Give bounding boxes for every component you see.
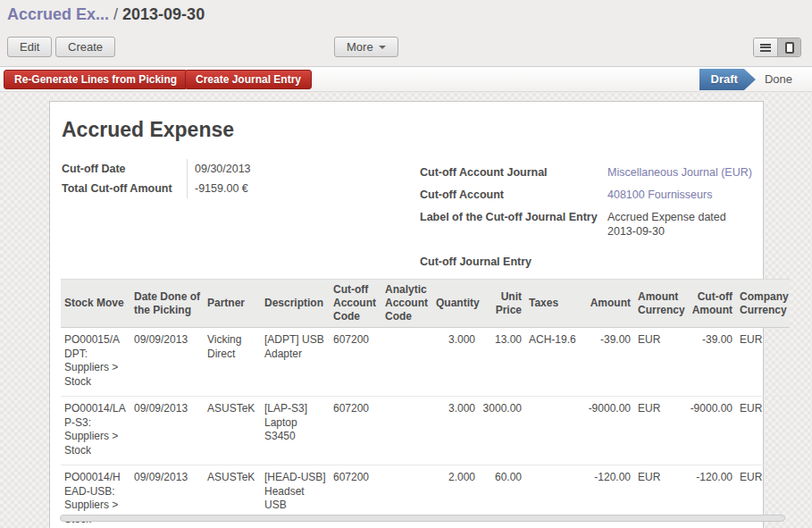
cell-company-currency: EUR xyxy=(736,397,790,465)
cell-amount: -9000.00 xyxy=(582,397,634,465)
more-button-label: More xyxy=(347,40,373,54)
field-label-journal-entry-label: Label of the Cut-off Journal Entry xyxy=(420,207,597,241)
field-label-cutoff-account-journal: Cut-off Account Journal xyxy=(420,163,597,182)
cell-description: [ADPT] USB Adapter xyxy=(261,328,330,397)
cell-analytic-account-code xyxy=(381,328,432,397)
col-header-quantity[interactable]: Quantity xyxy=(432,280,479,328)
form-sheet: Accrued Expense Cut-off Date 09/30/2013 … xyxy=(49,101,764,528)
cutoff-account-link[interactable]: 408100 Fournisseurs xyxy=(607,189,712,201)
cell-partner: ASUSTeK xyxy=(204,397,261,465)
form-icon xyxy=(785,42,794,54)
table-row[interactable]: PO00015/ADPT: Suppliers > Stock09/09/201… xyxy=(61,328,790,397)
statusbar-states: Draft Done xyxy=(699,69,801,90)
create-button[interactable]: Create xyxy=(55,37,115,57)
cell-amount: -39.00 xyxy=(582,328,634,397)
col-header-company-currency[interactable]: Company Currency xyxy=(736,280,790,328)
cell-cutoff-account-code: 607200 xyxy=(330,328,381,397)
cell-partner: Vicking Direct xyxy=(204,328,261,397)
create-journal-entry-button[interactable]: Create Journal Entry xyxy=(185,70,312,89)
breadcrumb: Accrued Ex.../2013-09-30 xyxy=(7,5,205,24)
regenerate-lines-button[interactable]: Re-Generate Lines from Picking xyxy=(4,70,188,89)
cell-unit-price: 13.00 xyxy=(479,328,525,397)
cell-unit-price: 3000.00 xyxy=(479,397,525,465)
cell-cutoff-account-code: 607200 xyxy=(330,397,381,465)
field-value-total-cutoff-amount: -9159.00 € xyxy=(187,179,356,198)
right-field-group: Cut-off Account Journal Miscellaneous Jo… xyxy=(420,163,754,272)
edit-button[interactable]: Edit xyxy=(7,37,52,57)
col-header-stock-move[interactable]: Stock Move xyxy=(61,280,130,328)
cell-date-done: 09/09/2013 xyxy=(130,328,204,397)
col-header-cutoff-amount[interactable]: Cut-off Amount xyxy=(686,280,736,328)
cell-company-currency: EUR xyxy=(736,328,790,397)
table-header-row: Stock Move Date Done of the Picking Part… xyxy=(61,280,790,328)
breadcrumb-parent-link[interactable]: Accrued Ex... xyxy=(7,5,109,23)
col-header-analytic-account-code[interactable]: Analytic Account Code xyxy=(381,280,432,328)
cell-amount-currency: EUR xyxy=(634,397,686,465)
cell-taxes: ACH-19.6 xyxy=(525,328,582,397)
cell-analytic-account-code xyxy=(381,397,432,465)
more-button[interactable]: More xyxy=(334,37,398,57)
field-value-cutoff-date: 09/30/2013 xyxy=(187,159,356,179)
cell-amount-currency: EUR xyxy=(634,328,686,397)
cell-cutoff-amount: -39.00 xyxy=(686,328,736,397)
table-body: PO00015/ADPT: Suppliers > Stock09/09/201… xyxy=(61,328,790,528)
col-header-partner[interactable]: Partner xyxy=(204,280,261,328)
cutoff-account-journal-link[interactable]: Miscellaneous Journal (EUR) xyxy=(607,166,752,179)
caret-down-icon xyxy=(379,46,386,49)
cutoff-lines-table: Stock Move Date Done of the Picking Part… xyxy=(61,279,790,528)
cutoff-lines-table-wrapper: Stock Move Date Done of the Picking Part… xyxy=(61,279,790,528)
col-header-amount[interactable]: Amount xyxy=(582,280,634,328)
list-view-button[interactable] xyxy=(754,38,777,56)
col-header-taxes[interactable]: Taxes xyxy=(525,280,582,328)
left-field-group: Cut-off Date 09/30/2013 Total Cut-off Am… xyxy=(62,159,356,198)
cell-quantity: 3.000 xyxy=(432,328,479,397)
field-value-cutoff-journal-entry xyxy=(597,252,754,272)
cell-cutoff-amount: -9000.00 xyxy=(686,397,736,465)
breadcrumb-separator: / xyxy=(113,5,118,23)
cell-stock-move: PO00015/ADPT: Suppliers > Stock xyxy=(61,328,130,397)
cell-date-done: 09/09/2013 xyxy=(130,397,204,465)
page-title: Accrued Expense xyxy=(62,118,234,142)
cell-quantity: 3.000 xyxy=(432,397,479,465)
field-label-cutoff-date: Cut-off Date xyxy=(62,159,187,179)
form-view-button[interactable] xyxy=(777,38,800,56)
list-icon xyxy=(760,44,771,52)
state-draft[interactable]: Draft xyxy=(699,69,756,90)
field-label-total-cutoff-amount: Total Cut-off Amount xyxy=(62,179,187,198)
cell-taxes xyxy=(525,397,582,465)
accrued-expense-screen: Accrued Ex.../2013-09-30 Edit Create Mor… xyxy=(0,0,812,528)
horizontal-scrollbar[interactable] xyxy=(60,515,785,522)
table-row[interactable]: PO00014/LAP-S3: Suppliers > Stock09/09/2… xyxy=(61,397,790,465)
field-value-cutoff-account: 408100 Fournisseurs xyxy=(597,185,754,205)
col-header-date-done[interactable]: Date Done of the Picking xyxy=(130,280,204,328)
col-header-cutoff-account-code[interactable]: Cut-off Account Code xyxy=(330,280,381,328)
field-label-cutoff-journal-entry: Cut-off Journal Entry xyxy=(420,252,597,272)
state-done[interactable]: Done xyxy=(756,69,801,90)
cell-stock-move: PO00014/LAP-S3: Suppliers > Stock xyxy=(61,397,130,465)
breadcrumb-current: 2013-09-30 xyxy=(122,5,205,23)
col-header-amount-currency[interactable]: Amount Currency xyxy=(634,280,686,328)
col-header-unit-price[interactable]: Unit Price xyxy=(479,280,525,328)
field-label-cutoff-account: Cut-off Account xyxy=(420,185,597,205)
top-bar: Accrued Ex.../2013-09-30 Edit Create Mor… xyxy=(0,0,812,66)
status-bar: Re-Generate Lines from Picking Create Jo… xyxy=(0,66,812,92)
cell-description: [LAP-S3] Laptop S3450 xyxy=(261,397,330,465)
col-header-description[interactable]: Description xyxy=(261,280,330,328)
field-value-journal-entry-label: Accrued Expense dated 2013-09-30 xyxy=(597,207,754,241)
view-switcher xyxy=(753,38,801,57)
field-value-cutoff-account-journal: Miscellaneous Journal (EUR) xyxy=(597,163,754,182)
